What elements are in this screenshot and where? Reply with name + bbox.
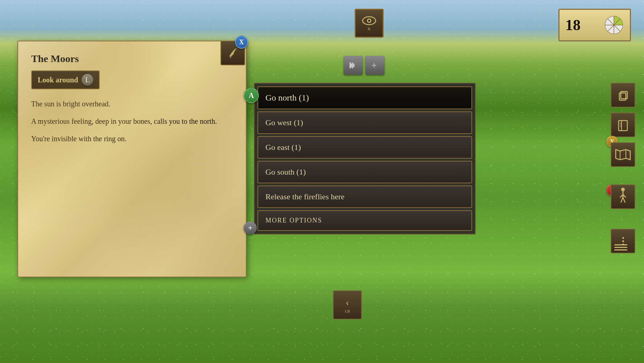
- action-go-east[interactable]: Go east (1): [257, 136, 472, 159]
- dpad-container: ✛ ✛: [344, 51, 387, 80]
- eye-icon: [362, 16, 376, 26]
- action-more-options[interactable]: MORE OPTIONS: [257, 210, 472, 231]
- svg-point-3: [368, 20, 370, 22]
- eye-button[interactable]: R: [355, 9, 384, 38]
- map-button[interactable]: [611, 142, 635, 167]
- menu-button[interactable]: [611, 229, 635, 253]
- look-around-button[interactable]: Look around L: [31, 70, 100, 89]
- dpad-left-button[interactable]: ✛: [344, 56, 363, 75]
- svg-rect-13: [619, 121, 627, 131]
- action-go-west[interactable]: Go west (1): [257, 111, 472, 134]
- lb-button[interactable]: ‹ LB: [333, 290, 362, 319]
- plus-button-badge: +: [244, 221, 257, 234]
- action-go-south[interactable]: Go south (1): [257, 161, 472, 183]
- menu-line-1: [614, 244, 627, 245]
- book-icon: [616, 118, 629, 131]
- svg-text:✛: ✛: [372, 62, 376, 69]
- actions-panel: Go north (1) Go west (1) Go east (1) Go …: [254, 83, 476, 234]
- dpad-right-icon: ✛: [370, 60, 380, 70]
- pie-chart: [604, 15, 624, 35]
- lb-label: LB: [345, 309, 350, 313]
- map-icon: [615, 148, 631, 161]
- desc-line-1: The sun is bright overhead.: [31, 98, 233, 110]
- dpad-left-icon: ✛: [348, 60, 358, 70]
- menu-line-3: [614, 249, 627, 250]
- feather-svg: [226, 46, 239, 60]
- walk-icon: [616, 187, 629, 206]
- copy-icon: [616, 89, 629, 102]
- svg-line-25: [623, 197, 625, 203]
- action-go-north[interactable]: Go north (1): [257, 86, 472, 109]
- score-display: 18: [558, 9, 631, 41]
- svg-text:✛: ✛: [350, 62, 355, 69]
- l-button-badge: L: [82, 74, 93, 86]
- r-label: R: [368, 26, 370, 31]
- svg-line-24: [621, 197, 623, 203]
- dpad-right-button[interactable]: ✛: [366, 56, 384, 75]
- menu-line-2: [614, 247, 627, 248]
- svg-point-20: [621, 188, 625, 191]
- chevron-left-icon: ‹: [346, 297, 349, 308]
- desc-line-2: A mysterious feeling, deep in your bones…: [31, 115, 233, 127]
- score-number: 18: [565, 16, 581, 34]
- a-button-badge: A: [244, 88, 259, 103]
- location-title: The Moors: [31, 53, 233, 65]
- desc-line-3: You're invisible with the ring on.: [31, 133, 233, 144]
- copy-button[interactable]: [611, 83, 635, 107]
- look-around-label: Look around: [38, 76, 78, 84]
- parchment-panel: The Moors Look around L The sun is brigh…: [17, 41, 247, 277]
- book-button[interactable]: [611, 113, 635, 137]
- close-x-button[interactable]: X: [235, 36, 248, 49]
- walk-button[interactable]: [611, 184, 635, 209]
- action-release-fireflies[interactable]: Release the fireflies here: [257, 185, 472, 208]
- description-text: The sun is bright overhead. A mysterious…: [31, 98, 233, 144]
